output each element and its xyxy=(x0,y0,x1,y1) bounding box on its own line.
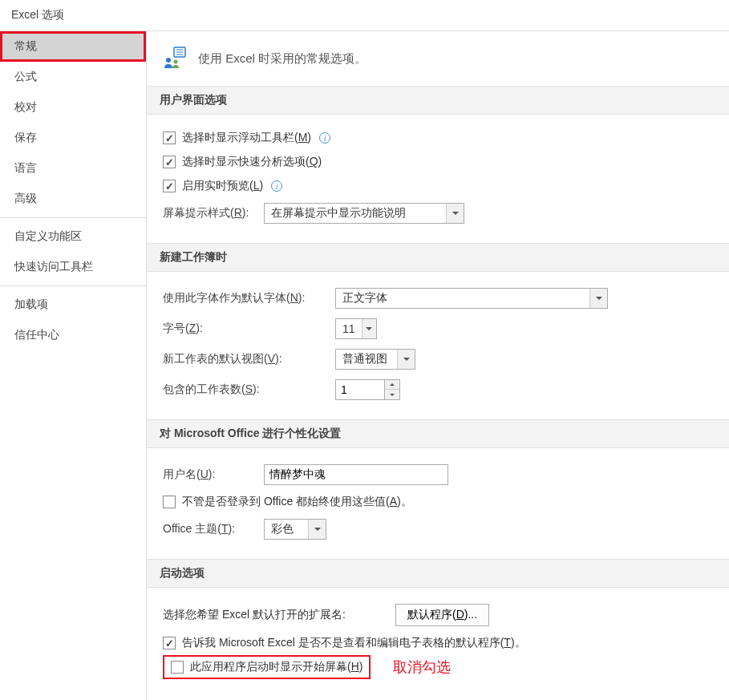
mini-toolbar-checkbox[interactable] xyxy=(163,132,176,144)
annotation-text: 取消勾选 xyxy=(393,658,451,677)
divider xyxy=(0,285,146,286)
content-pane: 使用 Excel 时采用的常规选项。 用户界面选项 选择时显示浮动工具栏(M) … xyxy=(147,31,729,700)
section-ui-options-header: 用户界面选项 xyxy=(147,86,729,115)
sidebar-item-save[interactable]: 保存 xyxy=(0,123,146,153)
screentip-value: 在屏幕提示中显示功能说明 xyxy=(265,206,446,221)
dialog-container: 常规 公式 校对 保存 语言 高级 自定义功能区 快速访问工具栏 加载项 信任中… xyxy=(0,30,729,700)
sidebar-item-trust-center[interactable]: 信任中心 xyxy=(0,320,146,350)
font-size-label: 字号(Z): xyxy=(163,322,335,336)
info-icon[interactable]: i xyxy=(271,180,282,192)
always-use-label: 不管是否登录到 Office 都始终使用这些值(A)。 xyxy=(182,495,412,509)
svg-point-4 xyxy=(166,58,171,63)
username-label: 用户名(U): xyxy=(163,467,264,482)
sheet-count-label: 包含的工作表数(S): xyxy=(163,382,335,397)
font-size-dropdown[interactable]: 11 xyxy=(335,318,377,339)
spinner-up-icon[interactable] xyxy=(385,380,399,390)
section-new-workbook-body: 使用此字体作为默认字体(N): 正文字体 字号(Z): 11 新工作表的默认视图… xyxy=(147,272,729,419)
theme-value: 彩色 xyxy=(265,522,308,536)
section-startup-body: 选择您希望 Excel 默认打开的扩展名: 默认程序(D)... 告诉我 Mic… xyxy=(147,588,729,694)
sidebar-item-language[interactable]: 语言 xyxy=(0,153,146,184)
sidebar-item-formulas[interactable]: 公式 xyxy=(0,62,146,92)
default-view-dropdown[interactable]: 普通视图 xyxy=(335,349,415,370)
section-personalize-header: 对 Microsoft Office 进行个性化设置 xyxy=(147,419,729,448)
default-font-dropdown[interactable]: 正文字体 xyxy=(335,288,608,309)
section-personalize-body: 用户名(U): 不管是否登录到 Office 都始终使用这些值(A)。 Offi… xyxy=(147,448,729,559)
extensions-label: 选择您希望 Excel 默认打开的扩展名: xyxy=(163,608,395,622)
font-size-value: 11 xyxy=(336,322,362,335)
divider xyxy=(0,217,146,218)
section-ui-options-body: 选择时显示浮动工具栏(M) i 选择时显示快速分析选项(Q) 启用实时预览(L)… xyxy=(147,115,729,243)
sheet-count-spinner[interactable] xyxy=(335,379,400,400)
theme-dropdown[interactable]: 彩色 xyxy=(264,519,326,540)
mini-toolbar-label: 选择时显示浮动工具栏(M) xyxy=(182,131,311,145)
sheet-count-input[interactable] xyxy=(335,379,385,400)
screentip-label: 屏幕提示样式(R): xyxy=(163,206,264,221)
live-preview-checkbox[interactable] xyxy=(163,180,176,192)
header-row: 使用 Excel 时采用的常规选项。 xyxy=(147,41,729,86)
live-preview-label: 启用实时预览(L) xyxy=(182,179,263,193)
chevron-down-icon xyxy=(446,204,464,223)
default-programs-button[interactable]: 默认程序(D)... xyxy=(395,604,489,626)
section-new-workbook-header: 新建工作簿时 xyxy=(147,243,729,272)
quick-analysis-checkbox[interactable] xyxy=(163,156,176,168)
chevron-down-icon xyxy=(362,319,376,338)
chevron-down-icon xyxy=(589,289,607,308)
chevron-down-icon xyxy=(308,520,326,539)
header-text: 使用 Excel 时采用的常规选项。 xyxy=(198,51,367,67)
start-screen-checkbox[interactable] xyxy=(171,661,184,674)
svg-point-5 xyxy=(174,60,178,64)
sidebar-item-quick-access[interactable]: 快速访问工具栏 xyxy=(0,252,146,282)
start-screen-label: 此应用程序启动时显示开始屏幕(H) xyxy=(190,660,362,674)
sidebar-item-customize-ribbon[interactable]: 自定义功能区 xyxy=(0,221,146,252)
theme-label: Office 主题(T): xyxy=(163,522,264,536)
sidebar-item-advanced[interactable]: 高级 xyxy=(0,184,146,214)
tell-me-label: 告诉我 Microsoft Excel 是否不是查看和编辑电子表格的默认程序(T… xyxy=(182,636,526,650)
tell-me-checkbox[interactable] xyxy=(163,637,176,649)
always-use-checkbox[interactable] xyxy=(163,496,176,508)
quick-analysis-label: 选择时显示快速分析选项(Q) xyxy=(182,155,322,169)
username-input[interactable] xyxy=(264,464,448,485)
section-startup-header: 启动选项 xyxy=(147,559,729,588)
chevron-down-icon xyxy=(397,350,415,369)
options-icon xyxy=(163,46,188,71)
default-view-value: 普通视图 xyxy=(336,352,397,366)
start-screen-highlight: 此应用程序启动时显示开始屏幕(H) xyxy=(163,655,371,679)
sidebar-item-addins[interactable]: 加载项 xyxy=(0,289,146,320)
default-font-value: 正文字体 xyxy=(336,291,589,305)
spinner-down-icon[interactable] xyxy=(385,390,399,399)
sidebar-item-general[interactable]: 常规 xyxy=(0,31,146,62)
screentip-dropdown[interactable]: 在屏幕提示中显示功能说明 xyxy=(264,203,464,224)
sidebar: 常规 公式 校对 保存 语言 高级 自定义功能区 快速访问工具栏 加载项 信任中… xyxy=(0,31,147,700)
default-view-label: 新工作表的默认视图(V): xyxy=(163,352,335,366)
default-font-label: 使用此字体作为默认字体(N): xyxy=(163,291,335,305)
window-title: Excel 选项 xyxy=(0,0,729,30)
sidebar-item-proofing[interactable]: 校对 xyxy=(0,92,146,123)
info-icon[interactable]: i xyxy=(319,132,330,144)
